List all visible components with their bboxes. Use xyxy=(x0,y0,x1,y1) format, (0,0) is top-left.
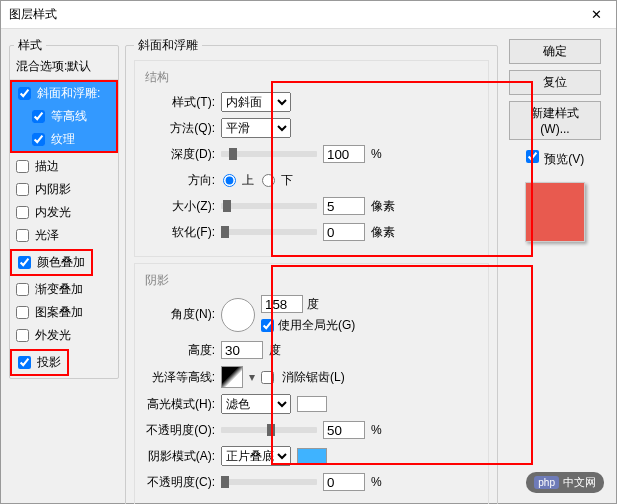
shadow-mode-select[interactable]: 正片叠底 xyxy=(221,446,291,466)
opacity2-slider[interactable] xyxy=(221,479,317,485)
check-innerglow[interactable] xyxy=(16,206,29,219)
check-texture[interactable] xyxy=(32,133,45,146)
chevron-down-icon[interactable]: ▾ xyxy=(249,370,255,384)
sidebar-item-coloroverlay[interactable]: 颜色叠加 xyxy=(12,251,91,274)
sidebar-item-patternoverlay[interactable]: 图案叠加 xyxy=(10,301,118,324)
check-stroke[interactable] xyxy=(16,160,29,173)
shadow-color-swatch[interactable] xyxy=(297,448,327,464)
sidebar-item-satin[interactable]: 光泽 xyxy=(10,224,118,247)
size-input[interactable] xyxy=(323,197,365,215)
method-label: 方法(Q): xyxy=(145,120,215,137)
opacity1-label: 不透明度(O): xyxy=(145,422,215,439)
style-label: 样式(T): xyxy=(145,94,215,111)
angle-label: 角度(N): xyxy=(145,306,215,323)
opacity2-input[interactable] xyxy=(323,473,365,491)
check-bevel[interactable] xyxy=(18,87,31,100)
highlight-mode-label: 高光模式(H): xyxy=(145,396,215,413)
sidebar-item-stroke[interactable]: 描边 xyxy=(10,155,118,178)
style-select[interactable]: 内斜面 xyxy=(221,92,291,112)
styles-panel: 样式 混合选项:默认 斜面和浮雕: 等高线 xyxy=(9,37,119,379)
sidebar-item-innershadow[interactable]: 内阴影 xyxy=(10,178,118,201)
altitude-label: 高度: xyxy=(145,342,215,359)
depth-slider[interactable] xyxy=(221,151,317,157)
shading-title: 阴影 xyxy=(145,272,478,289)
opacity1-slider[interactable] xyxy=(221,427,317,433)
depth-input[interactable] xyxy=(323,145,365,163)
method-select[interactable]: 平滑 xyxy=(221,118,291,138)
sidebar-item-contour[interactable]: 等高线 xyxy=(12,105,116,128)
bevel-title: 斜面和浮雕 xyxy=(134,37,202,54)
shading-group: 阴影 角度(N): 度 使用全局光(G) xyxy=(134,263,489,504)
highlight-color-swatch[interactable] xyxy=(297,396,327,412)
structure-title: 结构 xyxy=(145,69,478,86)
cancel-button[interactable]: 复位 xyxy=(509,70,601,95)
global-light-check[interactable] xyxy=(261,319,274,332)
check-outerglow[interactable] xyxy=(16,329,29,342)
sidebar-item-outerglow[interactable]: 外发光 xyxy=(10,324,118,347)
depth-label: 深度(D): xyxy=(145,146,215,163)
check-gradientoverlay[interactable] xyxy=(16,283,29,296)
highlight-mode-select[interactable]: 滤色 xyxy=(221,394,291,414)
sidebar-item-texture[interactable]: 纹理 xyxy=(12,128,116,151)
opacity2-label: 不透明度(C): xyxy=(145,474,215,491)
opacity1-input[interactable] xyxy=(323,421,365,439)
check-dropshadow[interactable] xyxy=(18,356,31,369)
shadow-mode-label: 阴影模式(A): xyxy=(145,448,215,465)
bevel-fieldset: 斜面和浮雕 结构 样式(T): 内斜面 方法(Q): 平滑 深度(D): xyxy=(125,37,498,504)
watermark: php 中文网 xyxy=(526,472,604,493)
sidebar-item-innerglow[interactable]: 内发光 xyxy=(10,201,118,224)
gloss-label: 光泽等高线: xyxy=(145,369,215,386)
preview-check[interactable] xyxy=(526,150,539,163)
gloss-contour-icon[interactable] xyxy=(221,366,243,388)
check-innershadow[interactable] xyxy=(16,183,29,196)
styles-header: 样式 xyxy=(14,37,46,54)
dir-down-radio[interactable] xyxy=(262,174,275,187)
preview-swatch xyxy=(525,182,585,242)
soften-label: 软化(F): xyxy=(145,224,215,241)
angle-input[interactable] xyxy=(261,295,303,313)
altitude-input[interactable] xyxy=(221,341,263,359)
size-label: 大小(Z): xyxy=(145,198,215,215)
angle-wheel-icon[interactable] xyxy=(221,298,255,332)
titlebar: 图层样式 ✕ xyxy=(1,1,616,29)
direction-label: 方向: xyxy=(145,172,215,189)
dir-up-radio[interactable] xyxy=(223,174,236,187)
check-coloroverlay[interactable] xyxy=(18,256,31,269)
antialias-check[interactable] xyxy=(261,371,274,384)
check-patternoverlay[interactable] xyxy=(16,306,29,319)
new-style-button[interactable]: 新建样式(W)... xyxy=(509,101,601,140)
sidebar-item-dropshadow[interactable]: 投影 xyxy=(12,351,67,374)
soften-input[interactable] xyxy=(323,223,365,241)
ok-button[interactable]: 确定 xyxy=(509,39,601,64)
sidebar-item-bevel[interactable]: 斜面和浮雕: xyxy=(12,82,116,105)
dialog-title: 图层样式 xyxy=(9,6,57,23)
soften-slider[interactable] xyxy=(221,229,317,235)
close-icon[interactable]: ✕ xyxy=(585,7,608,22)
structure-group: 结构 样式(T): 内斜面 方法(Q): 平滑 深度(D): % xyxy=(134,60,489,257)
php-badge-icon: php xyxy=(534,476,559,489)
size-slider[interactable] xyxy=(221,203,317,209)
check-satin[interactable] xyxy=(16,229,29,242)
check-contour[interactable] xyxy=(32,110,45,123)
blend-options[interactable]: 混合选项:默认 xyxy=(10,54,118,80)
sidebar-item-gradientoverlay[interactable]: 渐变叠加 xyxy=(10,278,118,301)
